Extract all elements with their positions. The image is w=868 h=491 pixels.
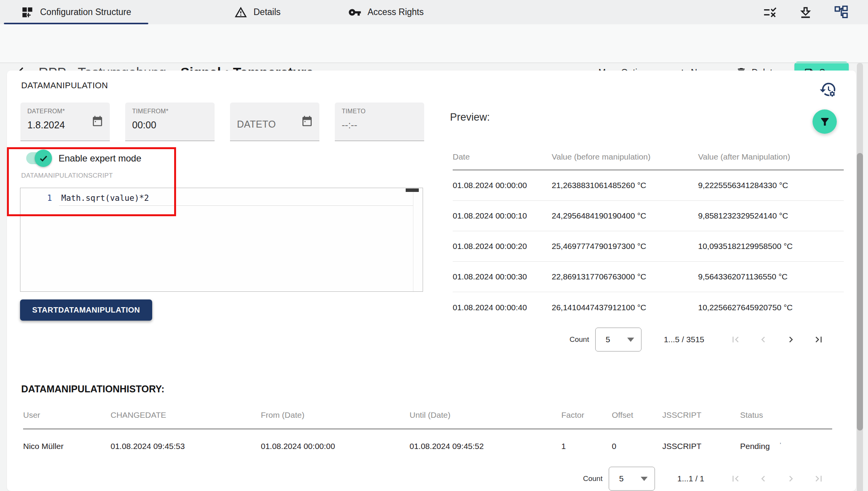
preview-title: Preview: (450, 111, 490, 123)
calendar-icon[interactable] (91, 115, 104, 127)
editor-scrollbar-thumb[interactable] (406, 188, 419, 192)
active-line-underline (59, 205, 413, 206)
cell-offset: 0 (612, 442, 662, 451)
cell-value-before: 22,8691317706763000 °C (552, 272, 698, 281)
history-section-title: DATAMANIPULATIONHISTORY: (21, 383, 165, 395)
schema-tree-icon[interactable] (834, 5, 848, 20)
cell-value-after: 9,2225556341284330 °C (698, 181, 844, 190)
datefrom-field[interactable]: DATEFROM* 1.8.2024 (20, 103, 110, 141)
cell-date: 01.08.2024 00:00:20 (453, 242, 552, 251)
filter-funnel-icon (819, 116, 831, 128)
start-datamanipulation-button[interactable]: STARTDATAMANIPULATION (20, 299, 152, 321)
tab-label: Access Rights (368, 7, 424, 17)
col-header-value-after: Value (after Manipulation) (698, 152, 844, 161)
count-dropdown[interactable]: 5 (595, 328, 641, 351)
section-title-datamanipulation: DATAMANIPULATION (21, 81, 108, 91)
col-header-offset: Offset (612, 410, 662, 420)
cell-value-before: 24,2956484190190400 °C (552, 211, 698, 220)
app-screen: Configuration Structure Details Access R… (0, 0, 868, 491)
dashboard-customize-icon (21, 6, 34, 19)
col-header-from-date: From (Date) (261, 410, 410, 420)
filter-fab-button[interactable] (813, 109, 837, 134)
history-table: User CHANGEDATE From (Date) Until (Date)… (23, 401, 832, 463)
previous-page-icon[interactable] (757, 334, 769, 345)
dropdown-caret-icon (641, 477, 648, 481)
page-header: RPP - Testumgebung - Signal : Temperatur… (0, 24, 868, 63)
dateto-label: DATETO (237, 119, 276, 130)
table-row: 01.08.2024 00:00:20 25,4697774790197300 … (453, 231, 844, 262)
status-badge: Pending (740, 442, 770, 451)
warning-icon (234, 6, 247, 19)
history-pagination: Count 5 1...1 / 1 (583, 467, 824, 491)
cell-factor: 1 (561, 442, 612, 451)
tab-details[interactable]: Details (216, 0, 312, 24)
page-scrollbar-thumb[interactable] (857, 153, 863, 430)
dateto-field[interactable]: DATETO (230, 103, 319, 141)
cell-value-before: 26,1410447437912100 °C (552, 303, 698, 312)
count-value: 5 (619, 474, 641, 483)
tab-access-rights[interactable]: Access Rights (331, 0, 443, 24)
count-value: 5 (606, 335, 627, 344)
cell-value-after: 10,2256627645920750 °C (698, 303, 844, 312)
switch-thumb (35, 150, 52, 167)
timefrom-field[interactable]: TIMEFROM* 00:00 (125, 103, 215, 141)
calendar-icon[interactable] (301, 115, 313, 127)
tab-configuration-structure[interactable]: Configuration Structure (4, 0, 148, 24)
code-line: 1 Math.sqrt(value)*2 (20, 191, 423, 205)
cell-jsscript: JSSCRIPT (662, 442, 740, 451)
table-row: Nico Müller 01.08.2024 09:45:53 01.08.20… (23, 429, 832, 463)
expert-mode-switch[interactable] (26, 152, 50, 164)
cell-value-after: 9,5643362071136550 °C (698, 272, 844, 281)
editor-scrollbar-track (413, 188, 413, 291)
cell-until-date: 01.08.2024 09:45:52 (410, 442, 561, 451)
tab-label: Configuration Structure (40, 7, 131, 17)
last-page-icon[interactable] (813, 334, 824, 345)
tab-label: Details (254, 7, 280, 17)
timefrom-value: 00:00 (132, 119, 208, 131)
timeto-field[interactable]: TIMETO --:-- (335, 103, 424, 141)
count-label: Count (569, 335, 589, 344)
expert-mode-toggle-row[interactable]: Enable expert mode (26, 152, 141, 164)
col-header-user: User (23, 410, 111, 420)
status-spinner-dot: ʼ (780, 442, 781, 448)
table-row: 01.08.2024 00:00:40 26,1410447437912100 … (453, 292, 844, 323)
previous-page-icon[interactable] (757, 473, 769, 484)
table-row: 01.08.2024 00:00:00 21,2638831061485260 … (453, 170, 844, 201)
first-page-icon[interactable] (730, 334, 741, 345)
cell-date: 01.08.2024 00:00:40 (453, 303, 552, 312)
cell-from-date: 01.08.2024 00:00:00 (261, 442, 410, 451)
code-text: Math.sqrt(value)*2 (61, 193, 149, 203)
table-row: 01.08.2024 00:00:30 22,8691317706763000 … (453, 262, 844, 292)
date-time-fields: DATEFROM* 1.8.2024 TIMEFROM* 00:00 DATET… (20, 103, 424, 141)
cell-date: 01.08.2024 00:00:00 (453, 181, 552, 190)
timefrom-label: TIMEFROM* (132, 108, 208, 115)
cell-changedate: 01.08.2024 09:45:53 (111, 442, 261, 451)
col-header-until-date: Until (Date) (410, 410, 561, 420)
table-row: 01.08.2024 00:00:10 24,2956484190190400 … (453, 201, 844, 231)
col-header-factor: Factor (561, 410, 612, 420)
first-page-icon[interactable] (730, 473, 741, 484)
cell-date: 01.08.2024 00:00:30 (453, 272, 552, 281)
rule-icon[interactable] (763, 5, 777, 20)
next-page-icon[interactable] (785, 473, 797, 484)
key-icon (348, 6, 361, 19)
datefrom-label: DATEFROM* (27, 108, 103, 115)
header-divider (0, 62, 868, 63)
refresh-settings-icon[interactable] (819, 81, 837, 98)
preview-table: Date Value (before manipulation) Value (… (453, 144, 844, 323)
last-page-icon[interactable] (813, 473, 824, 484)
next-page-icon[interactable] (785, 334, 797, 345)
cell-status: Pendingʼ (740, 442, 832, 451)
download-icon[interactable] (798, 5, 813, 20)
topbar-icon-group (763, 5, 848, 20)
timeto-value: --:-- (342, 119, 417, 131)
count-label: Count (583, 474, 603, 483)
count-dropdown[interactable]: 5 (609, 467, 655, 491)
cell-date: 01.08.2024 00:00:10 (453, 211, 552, 220)
line-number: 1 (20, 193, 52, 203)
script-code-editor[interactable]: 1 Math.sqrt(value)*2 (20, 188, 423, 292)
page-scrollbar-track (857, 63, 863, 491)
dropdown-caret-icon (627, 338, 634, 342)
col-header-changedate: CHANGEDATE (111, 410, 261, 420)
cell-user: Nico Müller (23, 442, 111, 451)
